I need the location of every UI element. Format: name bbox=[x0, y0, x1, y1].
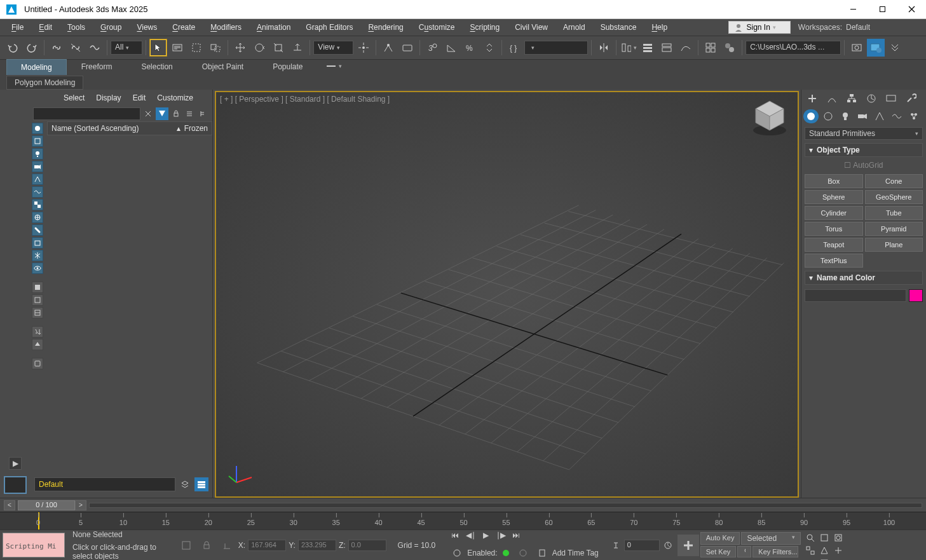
create-torus-button[interactable]: Torus bbox=[805, 222, 863, 236]
menu-help[interactable]: Help bbox=[644, 20, 675, 34]
enabled-toggle-icon[interactable] bbox=[448, 544, 466, 561]
filter-shapes-icon[interactable] bbox=[32, 135, 43, 147]
view-list-icon[interactable] bbox=[184, 108, 195, 120]
maximize-viewport-icon[interactable] bbox=[818, 557, 831, 560]
goto-start-button[interactable]: ⏮ bbox=[448, 529, 462, 542]
workspaces-dropdown[interactable]: Default bbox=[846, 23, 922, 32]
display-all-icon[interactable] bbox=[32, 282, 43, 293]
create-selection-set[interactable]: ▾ bbox=[524, 41, 588, 55]
ribbon-sub-polygon-modeling[interactable]: Polygon Modeling bbox=[6, 76, 83, 90]
helpers-category-icon[interactable] bbox=[872, 109, 887, 123]
selection-lock-icon[interactable] bbox=[198, 536, 215, 554]
viewport-label[interactable]: [ + ] [ Perspective ] [ Standard ] [ Def… bbox=[220, 95, 390, 104]
utilities-panel-icon[interactable] bbox=[902, 92, 920, 106]
selected-dropdown[interactable]: Selected▾ bbox=[741, 532, 801, 545]
prev-frame-button[interactable]: ◀∣ bbox=[463, 529, 477, 542]
geometry-category-icon[interactable] bbox=[803, 109, 819, 123]
scale-button[interactable] bbox=[269, 39, 287, 57]
script-listener[interactable]: Scripting Mi bbox=[3, 533, 65, 557]
pivot-button[interactable] bbox=[355, 39, 372, 57]
menu-create[interactable]: Create bbox=[165, 20, 203, 34]
scene-filter-input[interactable] bbox=[33, 107, 140, 120]
time-config-icon[interactable] bbox=[661, 539, 675, 552]
orbit-icon[interactable] bbox=[804, 557, 817, 560]
modify-panel-icon[interactable] bbox=[823, 92, 841, 106]
autogrid-checkbox[interactable]: ☐ AutoGrid bbox=[801, 158, 926, 172]
placement-button[interactable] bbox=[289, 39, 306, 57]
filter-geometry-icon[interactable] bbox=[32, 123, 43, 134]
move-button[interactable] bbox=[231, 39, 249, 57]
snap-toggle-button[interactable]: 3 bbox=[423, 39, 441, 57]
menu-modifiers[interactable]: Modifiers bbox=[203, 20, 249, 34]
viewport[interactable]: [ + ] [ Perspective ] [ Standard ] [ Def… bbox=[215, 91, 799, 498]
percent-snap-button[interactable]: % bbox=[461, 39, 479, 57]
display-invert-icon[interactable] bbox=[32, 307, 43, 318]
filter-lights-icon[interactable] bbox=[32, 148, 43, 160]
adaptive-degradation-icon[interactable] bbox=[514, 544, 532, 561]
x-coord[interactable]: 167.964 bbox=[248, 540, 286, 551]
ts-track[interactable] bbox=[89, 503, 922, 508]
shapes-category-icon[interactable] bbox=[820, 109, 836, 123]
scene-menu-customize[interactable]: Customize bbox=[157, 93, 193, 102]
spacewarps-category-icon[interactable] bbox=[889, 109, 904, 123]
menu-scripting[interactable]: Scripting bbox=[463, 20, 508, 34]
filter-cameras-icon[interactable] bbox=[32, 161, 43, 172]
menu-tools[interactable]: Tools bbox=[60, 20, 93, 34]
render-button[interactable] bbox=[867, 39, 885, 57]
menu-civilview[interactable]: Civil View bbox=[507, 20, 555, 34]
select-region-button[interactable] bbox=[187, 39, 205, 57]
object-name-input[interactable] bbox=[805, 289, 906, 302]
menu-customize[interactable]: Customize bbox=[411, 20, 463, 34]
scene-expand-button[interactable]: ▶ bbox=[9, 457, 22, 470]
redo-button[interactable] bbox=[23, 39, 41, 57]
sort-type-icon[interactable] bbox=[32, 339, 43, 350]
view-cube-icon[interactable] bbox=[749, 97, 790, 138]
menu-views[interactable]: Views bbox=[129, 20, 165, 34]
menu-edit[interactable]: Edit bbox=[31, 20, 60, 34]
ribbon-tab-populate[interactable]: Populate bbox=[258, 58, 317, 75]
zoom-extents-all-icon[interactable] bbox=[804, 545, 817, 556]
menu-file[interactable]: File bbox=[4, 20, 31, 34]
spinner-snap-button[interactable] bbox=[480, 39, 498, 57]
create-box-button[interactable]: Box bbox=[805, 174, 863, 188]
create-tube-button[interactable]: Tube bbox=[865, 206, 923, 220]
filter-selection-icon[interactable] bbox=[156, 107, 168, 120]
menu-arnold[interactable]: Arnold bbox=[555, 20, 593, 34]
select-by-name-button[interactable] bbox=[168, 39, 186, 57]
scene-menu-display[interactable]: Display bbox=[96, 93, 121, 102]
manipulate-button[interactable] bbox=[379, 39, 397, 57]
keyboard-shortcut-button[interactable] bbox=[398, 39, 416, 57]
filter-bone-icon[interactable] bbox=[32, 224, 43, 236]
toolbar-overflow-button[interactable] bbox=[886, 39, 904, 57]
key-filters-button[interactable]: Key Filters... bbox=[752, 546, 798, 557]
filter-hidden-icon[interactable] bbox=[32, 263, 43, 274]
coord-display-icon[interactable] bbox=[218, 536, 236, 554]
sort-alpha-icon[interactable] bbox=[32, 326, 43, 338]
set-key-big-button[interactable] bbox=[677, 535, 699, 556]
cameras-category-icon[interactable] bbox=[855, 109, 870, 123]
angle-snap-button[interactable] bbox=[442, 39, 460, 57]
ribbon-collapse-button[interactable]: ▾ bbox=[325, 57, 343, 75]
create-plane-button[interactable]: Plane bbox=[865, 238, 923, 252]
next-frame-button[interactable]: ∣▶ bbox=[494, 529, 508, 542]
sync-icon[interactable] bbox=[32, 358, 43, 369]
filter-helpers-icon[interactable] bbox=[32, 174, 43, 185]
selection-filter-dropdown[interactable]: All▾ bbox=[111, 41, 142, 55]
create-teapot-button[interactable]: Teapot bbox=[805, 238, 863, 252]
filter-xrefs-icon[interactable] bbox=[32, 212, 43, 223]
maximize-button[interactable] bbox=[868, 0, 897, 19]
object-type-header[interactable]: ▾Object Type bbox=[805, 143, 923, 157]
key-filters-icon[interactable] bbox=[737, 546, 751, 557]
mirror-button[interactable] bbox=[595, 39, 613, 57]
ts-frame-handle[interactable]: 0 / 100 bbox=[18, 500, 75, 510]
create-pyramid-button[interactable]: Pyramid bbox=[865, 222, 923, 236]
zoom-extents-icon[interactable] bbox=[832, 532, 845, 543]
ribbon-tab-selection[interactable]: Selection bbox=[126, 58, 187, 75]
object-color-swatch[interactable] bbox=[909, 289, 923, 302]
pan-icon[interactable] bbox=[832, 545, 845, 556]
filter-frozen-icon[interactable] bbox=[32, 250, 43, 261]
time-tag-icon[interactable] bbox=[533, 544, 551, 561]
isolate-icon[interactable] bbox=[177, 536, 195, 554]
window-crossing-button[interactable] bbox=[207, 39, 224, 57]
display-none-icon[interactable] bbox=[32, 294, 43, 306]
